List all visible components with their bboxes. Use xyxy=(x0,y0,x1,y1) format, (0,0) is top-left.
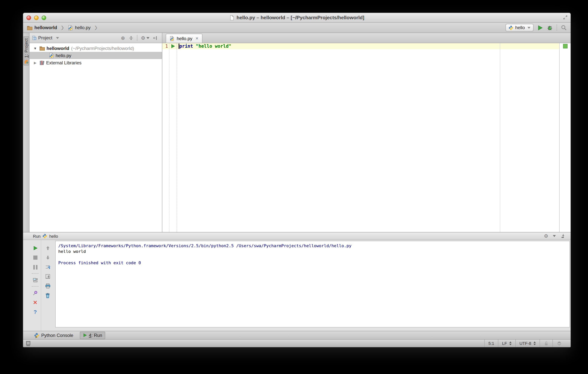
document-icon xyxy=(229,15,234,20)
editor-tab-hello-py[interactable]: hello.py ✕ xyxy=(166,34,202,43)
dropdown-arrow-icon xyxy=(553,235,556,237)
run-toolbar-secondary xyxy=(41,240,54,331)
editor-tab-label: hello.py xyxy=(177,36,192,41)
project-root-path: (~/PycharmProjects/helloworld) xyxy=(71,46,134,51)
tree-expanded-icon[interactable]: ▼ xyxy=(33,46,37,50)
window-title: hello.py – helloworld – [~/PycharmProjec… xyxy=(236,15,364,21)
toolbar-separator xyxy=(556,25,557,31)
updown-arrows-icon xyxy=(509,342,512,345)
console-line: /System/Library/Frameworks/Python.framew… xyxy=(58,243,567,249)
project-panel-header: Project ⊕ ⚙ xyxy=(30,33,162,43)
run-panel-title: Run xyxy=(33,234,41,238)
encoding-widget[interactable]: UTF-8 xyxy=(515,340,540,347)
prev-occurrence-button[interactable] xyxy=(41,243,54,253)
python-icon xyxy=(42,234,47,238)
file-name: hello.py xyxy=(56,53,71,58)
run-button[interactable] xyxy=(537,25,543,31)
right-margin-guide xyxy=(500,43,500,232)
breadcrumb-item-file[interactable]: hello.py xyxy=(75,25,91,30)
run-tab[interactable]: 4: Run xyxy=(80,331,105,339)
tree-row-external-libraries[interactable]: ▶ External Libraries xyxy=(30,59,162,66)
code-line-1: print "hello world" xyxy=(179,43,231,49)
line-separator-widget[interactable]: LF xyxy=(498,340,515,347)
toolbar-separator xyxy=(32,273,39,274)
console-line: Process finished with exit code 0 xyxy=(58,260,567,266)
python-file-icon xyxy=(68,25,73,31)
search-everywhere-icon[interactable] xyxy=(561,25,567,31)
scroll-to-end-button[interactable] xyxy=(41,272,54,281)
python-console-icon xyxy=(34,332,39,338)
close-tab-icon[interactable]: ✕ xyxy=(195,36,199,41)
tool-window-bar: Python Console 4: Run xyxy=(23,331,571,339)
editor-tab-bar: hello.py ✕ xyxy=(162,33,571,43)
code-editor[interactable]: 1 print "hello world" xyxy=(162,43,559,232)
settings-gear-icon[interactable]: ⚙ xyxy=(141,35,145,41)
updown-arrows-icon xyxy=(534,342,536,345)
chevron-right-icon: ❯ xyxy=(94,25,98,30)
help-button[interactable]: ? xyxy=(30,307,41,316)
pause-output-button[interactable] xyxy=(30,262,41,272)
status-bar: 5:1 LF UTF-8 xyxy=(23,339,571,347)
editor-area: hello.py ✕ 1 print "hello world xyxy=(162,33,571,232)
run-panel-body: ✕ ? xyxy=(23,240,571,331)
inspection-profile-icon[interactable] xyxy=(552,340,568,347)
hide-panel-icon[interactable] xyxy=(153,35,158,40)
restore-layout-button[interactable] xyxy=(30,275,41,285)
dock-panel-icon[interactable] xyxy=(561,234,566,238)
dropdown-arrow-icon xyxy=(527,27,530,29)
caret-position-widget[interactable]: 5:1 xyxy=(484,340,498,347)
toolbar-separator xyxy=(32,286,39,287)
project-tool-window-label: 1: Project xyxy=(24,38,28,58)
clear-all-button[interactable] xyxy=(41,291,54,300)
dropdown-arrow-icon xyxy=(147,37,149,39)
python-icon xyxy=(508,25,513,30)
close-panel-button[interactable]: ✕ xyxy=(30,298,41,307)
debug-button[interactable] xyxy=(547,25,553,31)
run-panel-config-name: hello xyxy=(49,234,58,238)
python-console-label: Python Console xyxy=(41,332,73,338)
settings-gear-icon[interactable]: ⚙ xyxy=(544,233,548,239)
run-toolbar-primary: ✕ ? xyxy=(30,240,41,331)
python-console-tab[interactable]: Python Console xyxy=(32,332,76,339)
project-root-name: helloworld xyxy=(47,46,69,51)
run-tab-label: 4: Run xyxy=(89,332,102,338)
stop-button[interactable] xyxy=(30,253,41,262)
zoom-window-button[interactable] xyxy=(42,15,46,20)
scroll-to-source-icon[interactable]: ⊕ xyxy=(121,35,125,41)
console-line: hello world xyxy=(58,249,567,254)
traffic-lights xyxy=(26,13,46,22)
pin-tab-button[interactable] xyxy=(30,288,41,298)
close-window-button[interactable] xyxy=(26,15,31,20)
toggle-tool-buttons-icon[interactable] xyxy=(26,341,31,346)
run-configuration-select[interactable]: hello xyxy=(505,24,534,32)
dropdown-arrow-icon[interactable] xyxy=(56,37,59,39)
collapse-all-icon[interactable] xyxy=(129,35,134,40)
tree-row-hello-py[interactable]: hello.py xyxy=(30,52,162,59)
error-stripe[interactable] xyxy=(559,43,571,232)
run-panel-header: Run hello ⚙ xyxy=(23,232,571,240)
inspection-status-indicator[interactable] xyxy=(563,44,567,48)
titlebar[interactable]: hello.py – helloworld – [~/PycharmProjec… xyxy=(23,13,571,23)
next-occurrence-button[interactable] xyxy=(41,253,54,262)
tree-row-project-root[interactable]: ▼ helloworld (~/PycharmProjects/hellowor… xyxy=(30,45,162,52)
run-line-marker-icon[interactable] xyxy=(171,44,175,48)
project-panel: Project ⊕ ⚙ ▼ xyxy=(30,33,162,232)
readonly-lock-icon[interactable] xyxy=(540,340,552,347)
run-configuration-label: hello xyxy=(515,25,525,30)
breadcrumb-item-project[interactable]: helloworld xyxy=(34,25,57,30)
print-button[interactable] xyxy=(41,281,54,291)
navigation-bar: helloworld ❯ hello.py ❯ hello xyxy=(23,23,571,33)
fullscreen-icon[interactable] xyxy=(563,15,568,20)
minimize-window-button[interactable] xyxy=(34,15,39,20)
run-console-output[interactable]: /System/Library/Frameworks/Python.framew… xyxy=(55,241,570,327)
project-view-icon xyxy=(32,35,37,40)
soft-wrap-button[interactable] xyxy=(41,262,54,272)
rerun-button[interactable] xyxy=(30,243,41,253)
left-tool-stripe: 1: Project xyxy=(23,33,30,232)
python-file-icon xyxy=(169,36,174,41)
desktop: hello.py – helloworld – [~/PycharmProjec… xyxy=(0,0,588,374)
project-tool-window-button[interactable]: 1: Project xyxy=(23,36,29,66)
breadcrumb: helloworld ❯ hello.py ❯ xyxy=(27,25,99,31)
project-panel-title[interactable]: Project xyxy=(38,35,52,41)
tree-collapsed-icon[interactable]: ▶ xyxy=(33,61,37,64)
